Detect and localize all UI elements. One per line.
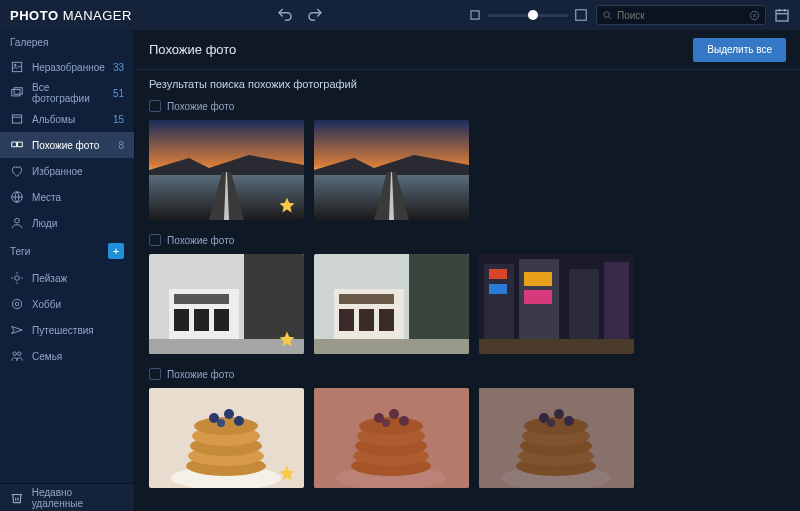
photo-thumb[interactable] [149, 120, 304, 220]
sidebar-item-people[interactable]: Люди [0, 210, 134, 236]
sidebar-item-label: Все фотографии [32, 82, 105, 104]
svg-rect-54 [314, 339, 469, 354]
content-scroll[interactable]: Похожие фотоПохожие фотоПохожие фото [135, 100, 800, 511]
svg-rect-51 [359, 309, 374, 331]
topbar-right [468, 5, 790, 25]
select-all-button[interactable]: Выделить все [693, 38, 786, 62]
sidebar-item-albums[interactable]: Альбомы15 [0, 106, 134, 132]
tag-item-family[interactable]: Семья [0, 343, 134, 369]
photo-thumb[interactable] [314, 254, 469, 354]
svg-point-75 [217, 419, 225, 427]
trash-item[interactable]: Недавно удаленные [0, 483, 134, 511]
sidebar-item-all[interactable]: Все фотографии51 [0, 80, 134, 106]
trash-icon [10, 491, 24, 505]
tag-item-landscape[interactable]: Пейзаж [0, 265, 134, 291]
places-icon [10, 190, 24, 204]
photo-thumb[interactable] [314, 120, 469, 220]
search-input[interactable] [617, 10, 745, 21]
similar-group: Похожие фото [149, 100, 786, 220]
photo-thumb[interactable] [479, 254, 634, 354]
gallery-header: Галерея [0, 30, 134, 54]
sidebar-item-label: Люди [32, 218, 116, 229]
svg-rect-58 [489, 284, 507, 294]
calendar-icon[interactable] [774, 7, 790, 23]
svg-rect-53 [339, 294, 394, 304]
group-checkbox[interactable]: Похожие фото [149, 234, 786, 246]
sidebar-item-count: 8 [118, 140, 124, 151]
svg-point-29 [13, 352, 16, 356]
svg-rect-87 [314, 388, 469, 488]
photo-thumb[interactable] [149, 388, 304, 488]
star-icon [278, 196, 296, 214]
sidebar: Галерея Неразобранное33Все фотографии51А… [0, 30, 135, 511]
group-label: Похожие фото [167, 235, 234, 246]
results-label: Результаты поиска похожих фотографий [135, 70, 800, 100]
checkbox-icon [149, 234, 161, 246]
sidebar-item-label: Избранное [32, 166, 116, 177]
clear-icon[interactable] [749, 10, 760, 21]
albums-icon [10, 112, 24, 126]
sidebar-item-places[interactable]: Места [0, 184, 134, 210]
checkbox-icon [149, 100, 161, 112]
sidebar-item-label: Альбомы [32, 114, 105, 125]
similar-icon [10, 138, 24, 152]
svg-rect-42 [174, 309, 189, 331]
undo-button[interactable] [276, 6, 294, 24]
sidebar-item-favorite[interactable]: Избранное [0, 158, 134, 184]
similar-group: Похожие фото [149, 368, 786, 488]
page-title: Похожие фото [149, 42, 693, 57]
tag-item-label: Семья [32, 351, 124, 362]
thumb-small-icon [468, 8, 482, 22]
redo-button[interactable] [306, 6, 324, 24]
svg-rect-50 [339, 309, 354, 331]
star-icon [278, 330, 296, 348]
svg-point-2 [604, 11, 610, 17]
tags-header: Теги + [0, 236, 134, 265]
tag-item-hobby[interactable]: Хобби [0, 291, 134, 317]
svg-line-3 [609, 16, 611, 18]
photo-thumb[interactable] [479, 388, 634, 488]
sidebar-item-count: 33 [113, 62, 124, 73]
sidebar-item-count: 15 [113, 114, 124, 125]
svg-point-21 [15, 218, 20, 223]
svg-rect-61 [524, 290, 552, 304]
sidebar-item-similar[interactable]: Похожие фото8 [0, 132, 134, 158]
add-tag-button[interactable]: + [108, 243, 124, 259]
thumb-size-control [468, 8, 588, 22]
svg-rect-18 [18, 142, 23, 147]
svg-rect-57 [489, 269, 507, 279]
svg-point-74 [234, 416, 244, 426]
group-label: Похожие фото [167, 101, 234, 112]
hobby-icon [10, 297, 24, 311]
app-logo: PHOTO MANAGER [10, 8, 132, 23]
sidebar-item-count: 51 [113, 88, 124, 99]
sidebar-item-label: Места [32, 192, 116, 203]
svg-rect-0 [471, 11, 479, 19]
thumb-large-icon [574, 8, 588, 22]
svg-rect-64 [479, 339, 634, 354]
thumb-size-slider[interactable] [488, 14, 568, 17]
topbar: PHOTO MANAGER [0, 0, 800, 30]
main-panel: Похожие фото Выделить все Результаты пои… [135, 30, 800, 511]
photo-thumb[interactable] [149, 254, 304, 354]
svg-point-28 [12, 299, 21, 308]
searchbox [596, 5, 766, 25]
photo-thumb[interactable] [314, 388, 469, 488]
people-icon [10, 216, 24, 230]
favorite-icon [10, 164, 24, 178]
svg-rect-15 [12, 115, 21, 123]
svg-point-22 [15, 276, 20, 281]
group-checkbox[interactable]: Похожие фото [149, 368, 786, 380]
group-label: Похожие фото [167, 369, 234, 380]
sidebar-item-unsorted[interactable]: Неразобранное33 [0, 54, 134, 80]
svg-rect-44 [214, 309, 229, 331]
tag-item-travel[interactable]: Путешествия [0, 317, 134, 343]
tag-item-label: Хобби [32, 299, 124, 310]
travel-icon [10, 323, 24, 337]
similar-group: Похожие фото [149, 234, 786, 354]
group-checkbox[interactable]: Похожие фото [149, 100, 786, 112]
topbar-center [132, 6, 468, 24]
unsorted-icon [10, 60, 24, 74]
svg-rect-14 [14, 88, 22, 94]
svg-rect-52 [379, 309, 394, 331]
